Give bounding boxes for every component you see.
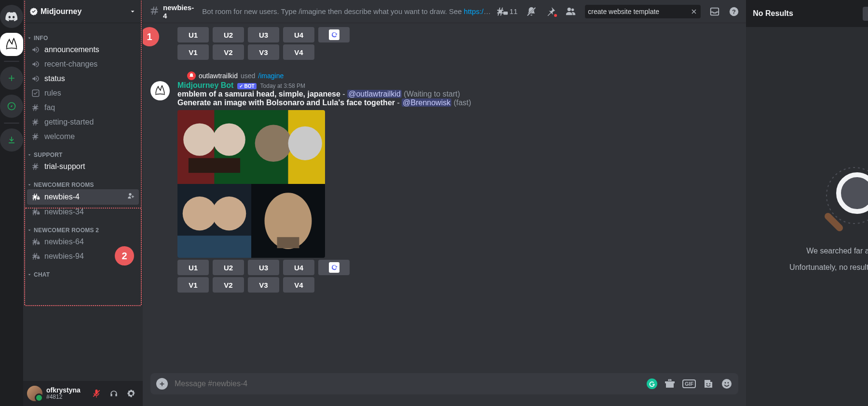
channel-item[interactable]: getting-started	[27, 115, 139, 129]
deafen-button[interactable]	[106, 386, 122, 401]
discord-logo-icon	[5, 12, 18, 21]
search-tab-new[interactable]: New	[863, 7, 868, 21]
svg-point-13	[213, 124, 245, 156]
svg-point-29	[725, 382, 726, 384]
gift-icon[interactable]	[664, 378, 676, 390]
hash-icon	[31, 162, 41, 171]
channel-item[interactable]: trial-support	[27, 159, 139, 174]
u2-button[interactable]: U2	[213, 27, 244, 42]
v1-button[interactable]: V1	[177, 277, 209, 293]
self-avatar[interactable]	[27, 386, 42, 401]
channel-label: getting-started	[44, 118, 94, 126]
create-invite-icon[interactable]	[127, 192, 135, 202]
svg-point-17	[255, 125, 292, 162]
download-apps-button[interactable]	[0, 128, 23, 152]
v3-button[interactable]: V3	[248, 44, 279, 60]
channel-item[interactable]: newbies-94	[27, 249, 139, 264]
chevron-down-icon	[129, 8, 136, 15]
mute-mic-button[interactable]	[89, 386, 104, 401]
channel-item[interactable]: welcome	[27, 129, 139, 144]
message-input[interactable]	[175, 379, 640, 388]
pinned-messages-button[interactable]	[545, 6, 556, 17]
help-button[interactable]: ?	[729, 6, 739, 17]
v4-button[interactable]: V4	[283, 44, 314, 60]
u4-button[interactable]: U4	[283, 27, 314, 42]
clear-search-icon[interactable]	[690, 8, 698, 15]
v3-button[interactable]: V3	[248, 277, 279, 293]
user-settings-button[interactable]	[123, 386, 139, 401]
v2-button[interactable]: V2	[213, 277, 244, 293]
bot-avatar[interactable]	[150, 81, 170, 100]
search-box[interactable]	[585, 5, 701, 18]
mention-user-2[interactable]: @Brennowisk	[402, 98, 451, 107]
threads-button[interactable]: 11	[497, 6, 518, 17]
channel-item[interactable]: newbies-64	[27, 235, 139, 249]
svg-rect-25	[277, 237, 299, 248]
server-header[interactable]: Midjourney	[23, 0, 143, 23]
svg-point-28	[722, 379, 732, 389]
self-discriminator: #4812	[46, 394, 81, 400]
channel-title: newbies-4	[149, 3, 197, 20]
category-header[interactable]: CHAT	[27, 264, 139, 279]
channel-item[interactable]: faq	[27, 100, 139, 115]
generated-image-grid[interactable]	[177, 110, 325, 258]
server-midjourney[interactable]	[0, 33, 23, 56]
search-input[interactable]	[588, 8, 687, 15]
search-result-count: No Results	[753, 9, 793, 18]
svg-rect-22	[177, 236, 251, 258]
svg-point-20	[183, 196, 217, 230]
message-author[interactable]: Midjourney Bot	[177, 81, 233, 90]
emoji-picker-button[interactable]	[721, 378, 732, 390]
grammarly-icon[interactable]	[647, 378, 657, 389]
category-header[interactable]: NEWCOMER ROOMS	[27, 174, 139, 189]
category-header[interactable]: INFO	[27, 27, 139, 42]
u2-button[interactable]: U2	[213, 260, 244, 275]
v4-button[interactable]: V4	[283, 277, 314, 293]
attach-button[interactable]: ＋	[156, 378, 168, 390]
u1-button[interactable]: U1	[177, 27, 209, 42]
channel-item[interactable]: recent-changes	[27, 57, 139, 71]
explore-servers-button[interactable]	[0, 95, 23, 118]
v2-button[interactable]: V2	[213, 44, 244, 60]
gif-picker-button[interactable]: GIF	[682, 379, 696, 388]
mention-user-1[interactable]: @outlawtrailkid	[347, 90, 402, 98]
channel-item[interactable]: newbies-34	[27, 205, 139, 219]
refresh-icon	[329, 262, 339, 273]
reroll-button[interactable]	[318, 260, 350, 275]
channel-item[interactable]: status	[27, 71, 139, 86]
interaction-command[interactable]: /imagine	[258, 72, 284, 80]
channel-label: status	[44, 74, 65, 83]
members-icon	[565, 6, 576, 17]
svg-point-27	[709, 383, 711, 385]
self-user-area[interactable]: ofkrystyna #4812	[46, 387, 81, 401]
svg-rect-3	[37, 212, 40, 215]
u4-button[interactable]: U4	[283, 260, 314, 275]
u1-button[interactable]: U1	[177, 260, 209, 275]
help-icon: ?	[729, 6, 739, 17]
megaphone-icon	[31, 60, 41, 69]
channel-item[interactable]: rules	[27, 86, 139, 100]
channel-topic-link[interactable]: https://d...	[464, 7, 492, 15]
notification-settings-button[interactable]	[526, 6, 537, 17]
reroll-button[interactable]	[318, 27, 350, 42]
refresh-icon	[329, 29, 339, 40]
channel-item[interactable]: announcements	[27, 42, 139, 57]
message-composer[interactable]: ＋ GIF	[150, 373, 738, 394]
member-list-button[interactable]	[565, 6, 576, 17]
sticker-picker-button[interactable]	[703, 378, 714, 390]
svg-text:?: ?	[732, 8, 736, 15]
interaction-context: outlawtrailkid used /imagine	[187, 71, 738, 80]
channel-label: recent-changes	[44, 60, 97, 69]
discord-home-button[interactable]	[0, 5, 23, 28]
channel-item[interactable]: newbies-4	[27, 189, 139, 205]
category-header[interactable]: NEWCOMER ROOMS 2	[27, 219, 139, 235]
u3-button[interactable]: U3	[248, 27, 279, 42]
u3-button[interactable]: U3	[248, 260, 279, 275]
category-header[interactable]: SUPPORT	[27, 144, 139, 159]
channel-topic[interactable]: Bot room for new users. Type /imagine th…	[202, 7, 492, 15]
interaction-user[interactable]: outlawtrailkid	[199, 72, 238, 80]
svg-rect-34	[823, 211, 844, 233]
v1-button[interactable]: V1	[177, 44, 209, 60]
inbox-button[interactable]	[709, 6, 720, 17]
add-server-button[interactable]	[0, 67, 23, 90]
